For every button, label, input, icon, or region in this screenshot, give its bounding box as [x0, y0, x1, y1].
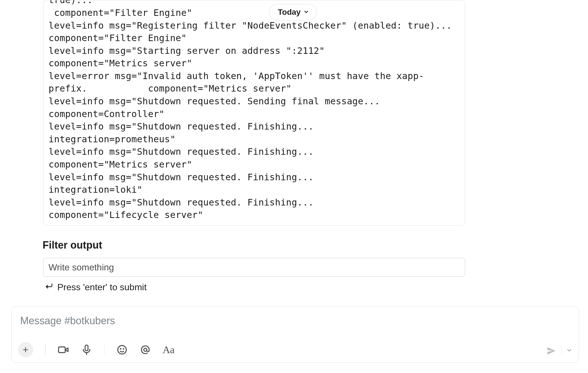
attach-button[interactable] — [18, 342, 33, 357]
composer-placeholder: Message #botkubers — [20, 315, 115, 327]
emoji-icon[interactable] — [116, 344, 128, 355]
date-jump-pill[interactable]: Today — [269, 4, 317, 20]
send-group — [546, 346, 573, 356]
svg-rect-4 — [85, 345, 88, 351]
svg-point-7 — [120, 349, 121, 349]
video-icon[interactable] — [58, 344, 69, 355]
chevron-down-icon — [303, 8, 309, 17]
filter-output-input[interactable]: Write something — [43, 258, 465, 277]
svg-rect-2 — [58, 347, 65, 353]
filter-output-heading: Filter output — [43, 239, 102, 251]
formatting-icon[interactable]: Aa — [163, 344, 174, 355]
filter-output-placeholder: Write something — [49, 262, 114, 273]
submit-hint: Press 'enter' to submit — [45, 282, 147, 293]
send-button[interactable] — [546, 346, 557, 356]
microphone-icon[interactable] — [81, 344, 92, 355]
log-output-card: level=info msg="Registering filter "Obje… — [43, 0, 465, 226]
submit-hint-text: Press 'enter' to submit — [57, 282, 147, 293]
log-output-text: level=info msg="Registering filter "Obje… — [49, 0, 460, 221]
composer-toolbar: Aa — [18, 342, 174, 357]
svg-point-8 — [123, 349, 124, 349]
mention-icon[interactable] — [140, 344, 151, 355]
return-key-icon — [45, 282, 53, 293]
message-composer[interactable]: Message #botkubers Aa — [11, 306, 579, 363]
send-separator — [561, 346, 562, 356]
toolbar-separator — [45, 344, 46, 355]
toolbar-separator — [104, 344, 105, 355]
svg-point-6 — [118, 346, 126, 354]
send-options-chevron[interactable] — [566, 347, 572, 355]
date-jump-label: Today — [278, 8, 301, 17]
